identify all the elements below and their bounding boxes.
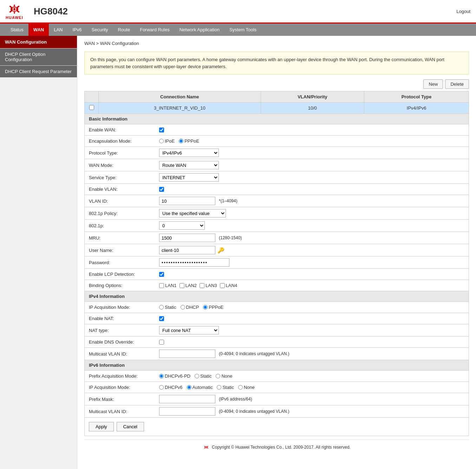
row-checkbox[interactable] <box>89 105 94 110</box>
ipv6-multicast-vlan-row: Multicast VLAN ID: (0-4094; 0 indicates … <box>84 405 469 418</box>
cancel-button[interactable]: Cancel <box>117 422 144 431</box>
encap-pppoe-label: PPPoE <box>179 138 199 144</box>
nav-item-network-application[interactable]: Network Application <box>175 24 224 36</box>
service-type-select[interactable]: INTERNET <box>159 173 219 182</box>
enable-vlan-checkbox[interactable] <box>159 187 164 192</box>
multicast-vlan-hint: (0-4094; 0 indicates untagged VLAN.) <box>219 351 289 356</box>
mru-input[interactable] <box>159 234 215 242</box>
ipv4-acq-pppoe-radio[interactable] <box>203 305 208 310</box>
ipv6-acq-none-radio[interactable] <box>238 385 243 390</box>
dot1p-select[interactable]: 0123 4567 <box>159 221 205 230</box>
bottom-buttons: Apply Cancel <box>84 418 469 436</box>
enable-lcp-checkbox[interactable] <box>159 272 164 277</box>
protocol-type-select[interactable]: IPv4/IPv6 <box>159 149 219 157</box>
enable-dns-checkbox[interactable] <box>159 340 164 345</box>
encap-ipoe-radio[interactable] <box>159 139 164 143</box>
protocol-type-label: Protocol Type: <box>89 150 159 156</box>
col-vlan-priority: VLAN/Priority <box>261 91 364 103</box>
policy-802-1p-label: 802.1p Policy: <box>89 211 159 216</box>
ipv4-acq-static-radio[interactable] <box>159 305 164 310</box>
nav-item-lan[interactable]: LAN <box>49 24 67 36</box>
username-input[interactable] <box>159 246 215 254</box>
enable-wan-checkbox[interactable] <box>159 128 164 132</box>
binding-lan2-text: LAN2 <box>185 283 197 288</box>
info-box: On this page, you can configure WAN port… <box>84 52 469 74</box>
prefix-mask-input[interactable] <box>159 395 215 403</box>
nav-item-wan[interactable]: WAN <box>28 24 49 36</box>
enable-nat-checkbox[interactable] <box>159 316 164 321</box>
sidebar-item-dhcp-param[interactable]: DHCP Client Request Parameter <box>0 66 77 78</box>
binding-lan2-checkbox[interactable] <box>180 283 184 288</box>
breadcrumb: WAN > WAN Configuration <box>84 39 469 47</box>
logo-text: HUAWEI <box>6 15 23 20</box>
prefix-dhcpv6pd-text: DHCPv6-PD <box>165 373 190 379</box>
ipv6-acq-static-text: Static <box>222 385 234 390</box>
ipv6-multicast-hint: (0-4094; 0 indicates untagged VLAN.) <box>219 409 289 414</box>
encap-pppoe-radio[interactable] <box>179 139 183 143</box>
nav-item-route[interactable]: Route <box>113 24 135 36</box>
ipv6-acq-static-radio[interactable] <box>217 385 221 390</box>
nav-item-status[interactable]: Status <box>6 24 28 36</box>
ipv4-acq-pppoe-text: PPPoE <box>209 305 223 310</box>
col-connection-name: Connection Name <box>99 91 261 103</box>
password-row: Password: <box>84 256 469 269</box>
enable-wan-row: Enable WAN: <box>84 124 469 136</box>
binding-options-row: Binding Options: LAN1 LAN2 LAN3 <box>84 280 469 291</box>
prefix-none-radio[interactable] <box>216 374 220 378</box>
policy-802-1p-row: 802.1p Policy: Use the specified value <box>84 207 469 220</box>
binding-lan1-checkbox[interactable] <box>159 283 164 288</box>
ipv6-acq-radio-group: DHCPv6 Automatic Static None <box>159 385 255 390</box>
ipv6-multicast-input[interactable] <box>159 407 215 416</box>
sidebar: WAN Configuration DHCP Client Option Con… <box>0 36 77 469</box>
mru-hint: (1280-1540) <box>219 235 242 240</box>
nav-item-security[interactable]: Security <box>87 24 113 36</box>
prefix-static-radio[interactable] <box>195 374 199 378</box>
prefix-dhcpv6pd-radio[interactable] <box>159 374 164 378</box>
ipv4-acq-static-text: Static <box>165 305 176 310</box>
ipv4-acq-dhcp-radio[interactable] <box>181 305 185 310</box>
sidebar-item-wan-config[interactable]: WAN Configuration <box>0 36 77 48</box>
prefix-static-label: Static <box>195 373 212 379</box>
enable-dns-row: Enable DNS Override: <box>84 337 469 348</box>
vlan-id-input[interactable] <box>159 197 215 205</box>
encapsulation-radio-group: IPoE PPPoE <box>159 138 199 144</box>
enable-nat-row: Enable NAT: <box>84 313 469 324</box>
binding-lan4-checkbox[interactable] <box>220 283 225 288</box>
policy-802-1p-select[interactable]: Use the specified value <box>159 209 226 217</box>
prefix-acq-radio-group: DHCPv6-PD Static None <box>159 373 233 379</box>
enable-vlan-row: Enable VLAN: <box>84 184 469 195</box>
ipv6-info-header: IPv6 Information <box>84 360 469 371</box>
nav-item-ipv6[interactable]: IPv6 <box>68 24 87 36</box>
logout-button[interactable]: Logout <box>456 9 470 14</box>
multicast-vlan-row: Multicast VLAN ID: (0-4094; 0 indicates … <box>84 348 469 360</box>
password-input[interactable] <box>159 258 229 267</box>
apply-button[interactable]: Apply <box>89 422 114 431</box>
encap-ipoe-label: IPoE <box>159 138 175 144</box>
ipv4-acq-static-label: Static <box>159 305 176 310</box>
ipv6-acq-static-label: Static <box>217 385 234 390</box>
sidebar-item-dhcp-option[interactable]: DHCP Client Option Configuration <box>0 48 77 66</box>
binding-lan3-label: LAN3 <box>200 283 217 288</box>
prefix-acq-row: Prefix Acquisition Mode: DHCPv6-PD Stati… <box>84 371 469 382</box>
multicast-vlan-label: Multicast VLAN ID: <box>89 351 159 357</box>
binding-lan3-checkbox[interactable] <box>200 283 204 288</box>
new-button[interactable]: New <box>423 79 443 89</box>
delete-button[interactable]: Delete <box>445 79 469 89</box>
ipv4-ip-acq-row: IP Acquisition Mode: Static DHCP PPPoE <box>84 302 469 313</box>
multicast-vlan-input[interactable] <box>159 350 215 358</box>
prefix-none-text: None <box>221 373 232 379</box>
nav-item-system-tools[interactable]: System Tools <box>224 24 261 36</box>
footer-text: Copyright © Huawei Technologies Co., Ltd… <box>212 445 351 450</box>
toolbar: New Delete <box>84 79 469 89</box>
nat-type-select[interactable]: Full cone NAT Symmetric NAT <box>159 326 219 334</box>
enable-lcp-row: Enable LCP Detection: <box>84 269 469 280</box>
ipv6-acq-dhcpv6-radio[interactable] <box>159 385 164 390</box>
wan-mode-select[interactable]: Route WAN Bridge WAN <box>159 161 219 169</box>
ipv6-acq-automatic-radio[interactable] <box>187 385 191 390</box>
nav-item-forward-rules[interactable]: Forward Rules <box>135 24 175 36</box>
encapsulation-label: Encapsulation Mode: <box>89 138 159 144</box>
main-nav: Status WAN LAN IPv6 Security Route Forwa… <box>0 24 476 36</box>
ipv6-acq-dhcpv6-label: DHCPv6 <box>159 385 183 390</box>
protocol-type-cell: IPv4/IPv6 <box>364 103 469 114</box>
table-row[interactable]: 3_INTERNET_R_VID_10 10/0 IPv4/IPv6 <box>85 103 469 114</box>
